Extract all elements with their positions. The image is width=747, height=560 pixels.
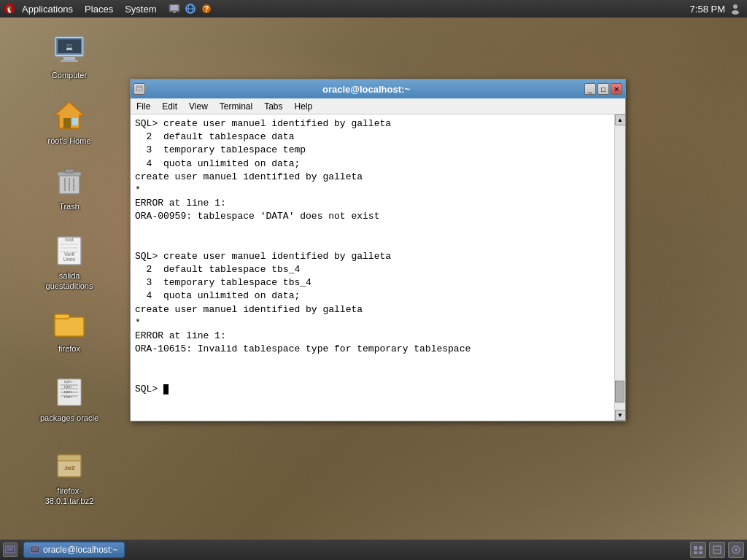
clock: 7:58 PM — [690, 4, 725, 15]
terminal-window: oracle@localhost:~ _ □ ✕ File Edit View … — [130, 79, 626, 421]
desktop-icon-salida[interactable]: root Verif Unco salida guestaditions — [36, 230, 102, 295]
taskbar-right-btn-2[interactable] — [709, 542, 725, 558]
maximize-button[interactable]: □ — [597, 83, 609, 95]
packages-label: packages oracle — [40, 413, 98, 423]
terminal-title: oracle@localhost:~ — [150, 84, 583, 95]
panel-icon-help[interactable]: ? — [200, 2, 213, 15]
panel-logo: 🐧 — [3, 2, 16, 15]
svg-rect-54 — [694, 546, 697, 550]
terminal-text[interactable]: SQL> create user manuel identified by ga… — [131, 114, 614, 421]
terminal-titlebar: oracle@localhost:~ _ □ ✕ — [131, 79, 625, 98]
window-icon — [133, 83, 145, 95]
computer-label: Computer — [52, 70, 87, 80]
scroll-thumb[interactable] — [615, 381, 624, 402]
trash-label: Trash — [59, 201, 80, 211]
svg-text:rpm -: rpm - — [64, 384, 74, 389]
firefox-tar-label: firefox-38.0.1.tar.bz2 — [39, 486, 99, 507]
scroll-track[interactable] — [615, 125, 625, 410]
bottom-panel: oracle@localhost:~ — [0, 540, 747, 560]
salida-icon-img: root Verif Unco — [52, 233, 87, 268]
desktop-icon-computer[interactable]: 💻 Computer — [36, 29, 102, 83]
firefox-folder-icon-img — [52, 306, 87, 341]
terminal-content: SQL> create user manuel identified by ga… — [131, 114, 625, 421]
text-cursor — [163, 384, 169, 394]
desktop-icon-firefox[interactable]: firefox — [36, 303, 102, 357]
menu-terminal[interactable]: Terminal — [214, 98, 258, 114]
svg-rect-53 — [32, 547, 38, 551]
menu-help[interactable]: Help — [289, 98, 319, 114]
home-icon-img — [52, 98, 87, 133]
firefox-tar-icon-img: .bz2 — [52, 448, 87, 483]
desktop-icon-firefox-tar[interactable]: .bz2 firefox-38.0.1.tar.bz2 — [36, 445, 102, 510]
menu-file[interactable]: File — [131, 98, 156, 114]
svg-point-61 — [735, 548, 738, 551]
svg-rect-3 — [171, 5, 178, 10]
taskbar-right-btn-1[interactable] — [690, 542, 706, 558]
svg-text:?: ? — [204, 4, 209, 13]
scroll-down-arrow[interactable]: ▼ — [615, 410, 626, 421]
menu-view[interactable]: View — [183, 98, 214, 114]
menu-system[interactable]: System — [119, 0, 162, 18]
menu-edit[interactable]: Edit — [156, 98, 183, 114]
svg-rect-51 — [7, 547, 13, 551]
desktop-icon-trash[interactable]: Trash — [36, 160, 102, 214]
svg-text:rpm -: rpm - — [64, 389, 74, 394]
menu-places[interactable]: Places — [79, 0, 119, 18]
svg-rect-15 — [61, 60, 78, 62]
panel-icon-monitor[interactable] — [168, 2, 181, 15]
svg-text:🐧: 🐧 — [5, 4, 15, 14]
svg-text:root: root — [65, 237, 74, 242]
close-button[interactable]: ✕ — [611, 83, 622, 95]
svg-rect-55 — [699, 546, 703, 550]
svg-rect-48 — [136, 86, 142, 90]
desktop-icon-home[interactable]: root's Home — [36, 95, 102, 149]
desktop-icon-packages[interactable]: rpm - rpm - rpm - rom - packages oracle — [36, 372, 102, 426]
panel-user-icon — [729, 3, 741, 15]
home-label: root's Home — [48, 136, 91, 146]
terminal-scrollbar[interactable]: ▲ ▼ — [614, 114, 625, 421]
panel-icon-network[interactable] — [184, 2, 197, 15]
taskbar-right-btn-3[interactable] — [728, 542, 744, 558]
svg-text:.bz2: .bz2 — [63, 464, 75, 471]
svg-rect-46 — [58, 455, 81, 461]
svg-rect-57 — [699, 551, 703, 554]
menu-tabs[interactable]: Tabs — [258, 98, 288, 114]
salida-label: salida guestaditions — [39, 271, 99, 292]
panel-left: 🐧 Applications Places System — [0, 0, 213, 18]
taskbar-terminal-button[interactable]: oracle@localhost:~ — [23, 542, 125, 558]
taskbar-right — [690, 542, 744, 558]
desktop: 🐧 Applications Places System — [0, 0, 747, 560]
panel-right: 7:58 PM — [690, 3, 747, 15]
top-panel: 🐧 Applications Places System — [0, 0, 747, 18]
packages-icon-img: rpm - rpm - rpm - rom - — [52, 375, 87, 410]
svg-text:💻: 💻 — [66, 43, 73, 50]
svg-rect-14 — [63, 57, 75, 60]
trash-icon-img — [52, 163, 87, 198]
computer-icon-img: 💻 — [52, 32, 87, 67]
svg-text:Verif: Verif — [64, 252, 74, 257]
svg-rect-19 — [63, 118, 71, 128]
taskbar-icon-1[interactable] — [3, 542, 18, 557]
svg-rect-56 — [694, 551, 697, 554]
svg-point-10 — [733, 4, 738, 9]
svg-rect-34 — [55, 317, 84, 336]
svg-rect-23 — [65, 169, 74, 173]
svg-rect-35 — [55, 314, 69, 319]
svg-text:rpm -: rpm - — [64, 379, 74, 384]
svg-rect-4 — [173, 12, 176, 13]
firefox-folder-label: firefox — [58, 343, 80, 354]
svg-text:Unco: Unco — [63, 257, 75, 262]
menu-applications[interactable]: Applications — [16, 0, 79, 18]
svg-point-11 — [732, 10, 739, 15]
minimize-button[interactable]: _ — [584, 83, 596, 95]
svg-rect-20 — [72, 118, 78, 125]
scroll-up-arrow[interactable]: ▲ — [615, 114, 626, 125]
svg-text:rom -: rom - — [64, 394, 74, 399]
terminal-menubar: File Edit View Terminal Tabs Help — [131, 98, 625, 114]
